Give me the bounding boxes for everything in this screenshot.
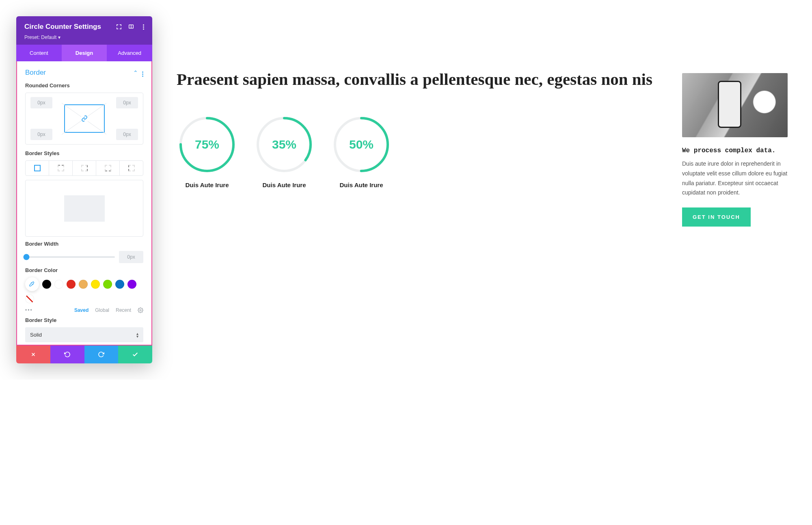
section-more-icon[interactable] [142,69,143,76]
border-style-all[interactable] [26,161,49,175]
color-swatch[interactable] [54,280,63,289]
counter-label: Duis Aute Irure [331,181,392,188]
undo-button[interactable] [50,346,84,363]
border-width-input[interactable] [119,251,143,263]
panel-tabs: Content Design Advanced [16,45,152,61]
color-swatch-row [25,277,143,303]
circle-counter[interactable]: 50% Duis Aute Irure [331,114,392,188]
circle-counter[interactable]: 35% Duis Aute Irure [254,114,315,188]
undo-icon [64,351,71,358]
close-icon [30,352,36,357]
more-icon[interactable] [140,24,147,30]
eyedropper-icon [29,281,35,287]
border-style-value: Solid [30,332,42,338]
link-icon [81,115,88,122]
color-swatch[interactable] [79,280,88,289]
corner-tr-input[interactable] [116,97,138,108]
rounded-corners-control [25,93,143,145]
select-chevron-icon: ▴▾ [136,332,138,338]
counter-label: Duis Aute Irure [254,181,315,188]
settings-panel: Circle Counter Settings Preset: Default … [16,16,152,363]
counters-row: 75% Duis Aute Irure 35% Duis Aute Irure … [177,114,662,188]
border-style-right[interactable] [73,161,96,175]
color-swatch[interactable] [103,280,112,289]
border-styles-tabs [25,160,143,176]
color-more-icon[interactable]: ••• [25,307,33,313]
color-swatch[interactable] [115,280,124,289]
tab-content[interactable]: Content [16,45,62,61]
gear-icon[interactable] [138,307,143,313]
aside-body: Duis aute irure dolor in reprehenderit i… [682,159,796,198]
section-title[interactable]: Border [25,69,46,77]
collapse-icon[interactable]: ⌃ [133,69,138,76]
counter-value: 35% [254,114,315,175]
color-tab-global[interactable]: Global [95,307,109,313]
redo-icon [98,351,104,358]
corner-bl-input[interactable] [30,129,52,140]
preset-label: Preset: Default [24,35,56,40]
circle-counter[interactable]: 75% Duis Aute Irure [177,114,238,188]
corner-br-input[interactable] [116,129,138,140]
color-swatch-none[interactable] [25,294,34,303]
color-swatch[interactable] [127,280,136,289]
counter-value: 75% [177,114,238,175]
tab-advanced[interactable]: Advanced [107,45,152,61]
counter-value: 50% [331,114,392,175]
border-width-slider[interactable] [25,256,115,258]
cancel-button[interactable] [16,346,50,363]
corner-tl-input[interactable] [30,97,52,108]
check-icon [132,351,138,358]
color-tab-saved[interactable]: Saved [74,307,89,313]
panel-footer [16,346,152,363]
border-styles-label: Border Styles [25,150,143,156]
color-swatch[interactable] [67,280,76,289]
save-button[interactable] [118,346,152,363]
cta-button[interactable]: GET IN TOUCH [682,207,751,227]
aside-image [682,73,788,137]
border-color-label: Border Color [25,267,143,273]
preset-selector[interactable]: Preset: Default ▾ [24,35,60,40]
color-swatch[interactable] [42,280,51,289]
aside: We process complex data. Duis aute irure… [682,69,796,227]
border-width-label: Border Width [25,241,143,247]
rounded-corners-label: Rounded Corners [25,82,143,89]
corner-link-toggle[interactable] [64,104,105,133]
expand-icon[interactable] [116,24,122,30]
border-preview-inner [64,195,105,222]
counter-label: Duis Aute Irure [177,181,238,188]
chevron-down-icon: ▾ [58,35,60,40]
page-content: Praesent sapien massa, convallis a pelle… [177,16,796,227]
svg-point-2 [140,309,141,311]
color-picker-button[interactable] [25,277,39,291]
border-style-bottom[interactable] [96,161,120,175]
tab-design[interactable]: Design [62,45,107,61]
responsive-icon[interactable] [128,24,134,30]
border-style-left[interactable] [120,161,143,175]
redo-button[interactable] [84,346,119,363]
slider-thumb[interactable] [24,254,30,260]
panel-body: Border ⌃ Rounded Corners Border Styles [16,61,152,346]
border-style-top[interactable] [49,161,73,175]
border-style-select[interactable]: Solid ▴▾ [25,327,143,342]
panel-header: Circle Counter Settings Preset: Default … [16,16,152,45]
page-headline: Praesent sapien massa, convallis a pelle… [177,69,662,90]
aside-heading: We process complex data. [682,147,796,154]
border-style-label: Border Style [25,317,143,323]
color-swatch[interactable] [91,280,100,289]
border-preview [25,180,143,237]
color-tab-recent[interactable]: Recent [116,307,131,313]
